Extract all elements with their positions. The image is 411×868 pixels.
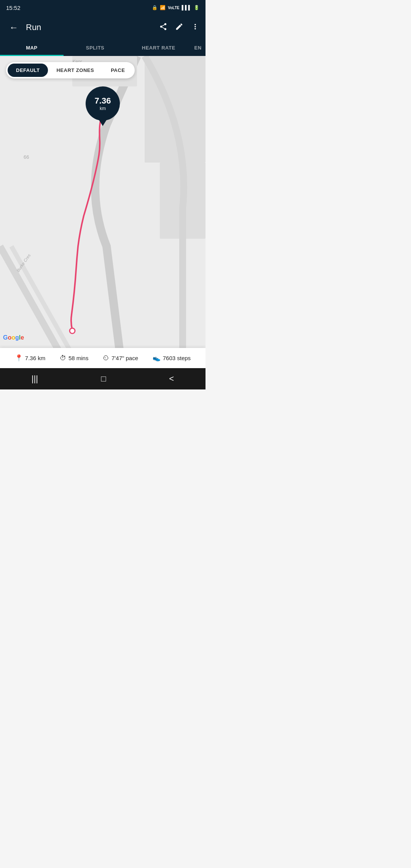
lte-icon: VoLTE xyxy=(168,6,179,10)
toggle-heart-zones[interactable]: HEART ZONES xyxy=(48,64,102,77)
stat-steps: 👟 7603 steps xyxy=(153,354,191,362)
status-bar: 15:52 🔒 📶 VoLTE ▌▌▌ 🔋 xyxy=(0,0,206,15)
more-button[interactable] xyxy=(191,22,199,33)
map-container: Kenr 66 Burke Cres DEFAULT HEART ZONES P… xyxy=(0,56,206,368)
tab-map[interactable]: MAP xyxy=(0,40,64,56)
stat-distance-value: 7.36 km xyxy=(25,355,45,361)
edit-button[interactable] xyxy=(175,22,183,33)
distance-value: 7.36 xyxy=(95,96,111,106)
toggle-default[interactable]: DEFAULT xyxy=(8,64,48,77)
google-o1: o xyxy=(8,334,11,341)
steps-icon: 👟 xyxy=(153,354,161,362)
share-button[interactable] xyxy=(159,22,167,33)
bottom-nav: ||| □ < xyxy=(0,368,206,389)
stat-pace-value: 7'47" pace xyxy=(112,355,138,361)
location-icon: 📍 xyxy=(15,354,23,362)
google-g2: g xyxy=(15,334,19,341)
google-g: G xyxy=(3,334,8,341)
nav-actions xyxy=(159,22,199,33)
google-e: e xyxy=(21,334,24,341)
google-logo: Google xyxy=(3,335,24,341)
tabs-bar: MAP SPLITS HEART RATE EN xyxy=(0,40,206,56)
google-o2: o xyxy=(11,334,15,341)
stat-distance: 📍 7.36 km xyxy=(15,354,45,362)
nav-bar: ← Run xyxy=(0,15,206,40)
signal-icon: ▌▌▌ xyxy=(182,5,191,10)
status-icons: 🔒 📶 VoLTE ▌▌▌ 🔋 xyxy=(152,5,199,10)
toggle-pace[interactable]: PACE xyxy=(102,64,133,77)
distance-unit: km xyxy=(100,106,106,111)
tab-splits[interactable]: SPLITS xyxy=(64,40,127,56)
stats-bar: 📍 7.36 km ⏱ 58 mins ⏲ 7'47" pace 👟 7603 … xyxy=(0,348,206,368)
status-time: 15:52 xyxy=(6,5,21,11)
pace-icon: ⏲ xyxy=(103,354,109,362)
home-button[interactable]: □ xyxy=(101,374,106,384)
battery-icon: 🔋 xyxy=(194,5,199,10)
timer-icon: ⏱ xyxy=(60,354,66,362)
back-nav-button[interactable]: < xyxy=(169,374,174,384)
recent-apps-button[interactable]: ||| xyxy=(32,374,38,384)
wifi-icon: 📶 xyxy=(160,5,166,10)
page-title: Run xyxy=(26,22,155,32)
stat-time-value: 58 mins xyxy=(68,355,89,361)
map-label-66: 66 xyxy=(24,154,29,160)
svg-point-4 xyxy=(70,328,75,333)
stat-time: ⏱ 58 mins xyxy=(60,354,89,362)
stat-steps-value: 7603 steps xyxy=(163,355,191,361)
distance-badge: 7.36 km xyxy=(86,86,120,121)
tab-heartrate[interactable]: HEART RATE xyxy=(127,40,190,56)
lock-icon: 🔒 xyxy=(152,5,158,10)
tab-en[interactable]: EN xyxy=(190,40,206,56)
stat-pace: ⏲ 7'47" pace xyxy=(103,354,138,362)
back-button[interactable]: ← xyxy=(6,19,21,36)
view-toggle: DEFAULT HEART ZONES PACE xyxy=(6,62,135,78)
